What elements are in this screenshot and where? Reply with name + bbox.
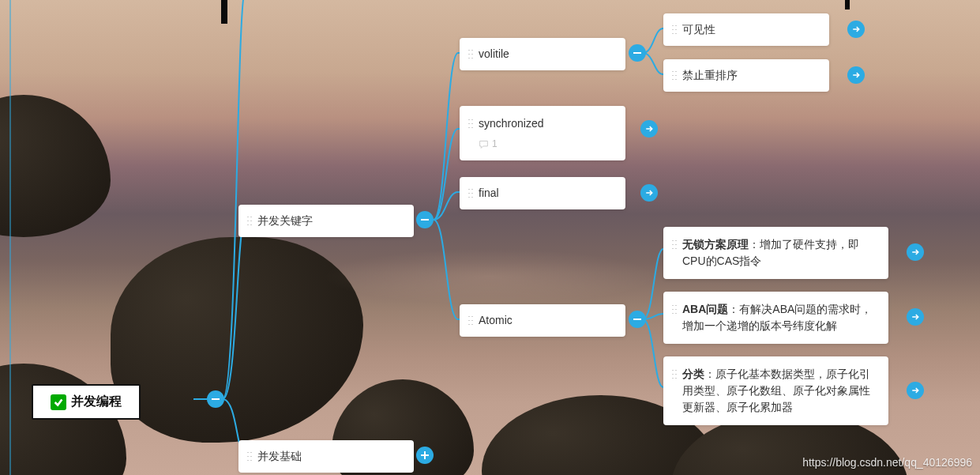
node-label: 并发基础	[257, 448, 403, 465]
drag-handle-icon	[467, 48, 474, 59]
comment-count: 1	[492, 137, 498, 151]
expand-arrow-aba[interactable]	[907, 308, 924, 326]
expand-arrow-synchronized[interactable]	[640, 120, 658, 138]
node-volitile[interactable]: volitile	[460, 38, 625, 70]
node-cas[interactable]: 无锁方案原理：增加了硬件支持，即CPU的CAS指令	[663, 227, 888, 279]
node-keywords[interactable]: 并发关键字	[238, 205, 414, 237]
node-aba[interactable]: ABA问题：有解决ABA问题的需求时，增加一个递增的版本号纬度化解	[663, 292, 888, 344]
drag-handle-icon	[671, 24, 678, 35]
expand-arrow-category[interactable]	[907, 382, 924, 399]
drag-handle-icon	[671, 70, 678, 81]
mindmap-canvas[interactable]: 并发编程 并发关键字 并发基础 volitile synchronized 1 …	[0, 0, 980, 475]
expand-arrow-cas[interactable]	[907, 243, 924, 261]
node-basics[interactable]: 并发基础	[238, 440, 414, 473]
check-icon	[51, 394, 66, 410]
drag-handle-icon	[467, 118, 474, 129]
node-no-reorder[interactable]: 禁止重排序	[663, 59, 829, 92]
node-final[interactable]: final	[460, 177, 625, 209]
node-label: 并发关键字	[257, 213, 403, 229]
drag-handle-icon	[671, 368, 678, 379]
collapse-toggle-atomic[interactable]	[629, 311, 646, 328]
node-text: 无锁方案原理：增加了硬件支持，即CPU的CAS指令	[682, 236, 877, 270]
expand-arrow-no-reorder[interactable]	[847, 66, 865, 84]
expand-arrow-final[interactable]	[640, 184, 658, 202]
node-label: 可见性	[682, 21, 818, 38]
drag-handle-icon	[246, 215, 253, 226]
node-synchronized[interactable]: synchronized 1	[460, 106, 625, 160]
node-label: final	[479, 185, 614, 202]
drag-handle-icon	[467, 315, 474, 326]
drag-handle-icon	[671, 303, 678, 315]
node-category[interactable]: 分类：原子化基本数据类型，原子化引用类型、原子化数组、原子化对象属性更新器、原子…	[663, 356, 888, 425]
node-label: Atomic	[479, 312, 614, 329]
node-label: synchronized	[479, 115, 614, 132]
watermark: https://blog.csdn.net/qq_40126996	[802, 456, 972, 469]
comment-indicator[interactable]: 1	[479, 137, 614, 151]
collapse-toggle-keywords[interactable]	[416, 211, 434, 228]
root-node[interactable]: 并发编程	[32, 384, 141, 420]
expand-arrow-visibility[interactable]	[847, 21, 865, 38]
node-text: ABA问题：有解决ABA问题的需求时，增加一个递增的版本号纬度化解	[682, 301, 877, 334]
node-label: 禁止重排序	[682, 67, 818, 84]
expand-toggle-basics[interactable]	[416, 447, 434, 464]
collapse-toggle-root[interactable]	[207, 390, 224, 408]
drag-handle-icon	[467, 187, 474, 198]
comment-icon	[479, 139, 489, 149]
root-label: 并发编程	[71, 394, 122, 410]
node-label: volitile	[479, 46, 614, 62]
collapse-toggle-volitile[interactable]	[629, 44, 646, 62]
drag-handle-icon	[246, 450, 253, 462]
drag-handle-icon	[671, 239, 678, 250]
node-atomic[interactable]: Atomic	[460, 304, 625, 337]
node-text: 分类：原子化基本数据类型，原子化引用类型、原子化数组、原子化对象属性更新器、原子…	[682, 366, 877, 416]
node-visibility[interactable]: 可见性	[663, 13, 829, 46]
